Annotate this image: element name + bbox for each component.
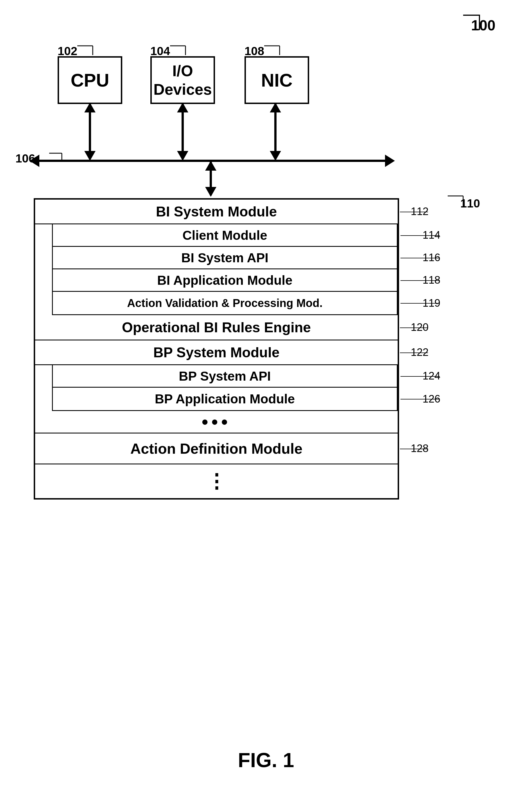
bp-system-api-row: BP System API 124 — [53, 365, 397, 388]
bp-app-module-row: BP Application Module 126 — [53, 388, 397, 410]
bp-system-api-label: BP System API — [179, 369, 271, 384]
row3-line — [401, 258, 440, 258]
bus-number-label: 106 — [15, 152, 35, 165]
nic-number-label: 108 — [245, 44, 264, 58]
fig-caption: FIG. 1 — [238, 749, 294, 772]
dots-row: ••• — [35, 411, 398, 433]
row1-line — [400, 212, 428, 212]
cpu-label: CPU — [71, 70, 109, 91]
bi-app-module-label: BI Application Module — [157, 273, 292, 288]
nic-box: NIC — [245, 56, 309, 104]
cpu-number-label: 102 — [58, 44, 77, 58]
svg-marker-12 — [270, 103, 281, 112]
row8-line — [401, 376, 440, 377]
row4-line — [401, 280, 440, 281]
vdots-row: ⋮ — [35, 464, 398, 498]
action-definition-module-label: Action Definition Module — [130, 440, 302, 457]
cpu-box: CPU — [58, 56, 122, 104]
bi-system-api-row: BI System API 116 — [53, 247, 397, 269]
vdots-label: ⋮ — [206, 475, 226, 487]
main-box-bracket — [448, 195, 465, 207]
bp-system-module-label: BP System Module — [153, 345, 279, 361]
main-system-box: BI System Module 112 Client Module 114 B… — [34, 198, 399, 500]
operational-bi-rules-label: Operational BI Rules Engine — [122, 319, 311, 336]
dots-label: ••• — [202, 411, 231, 432]
io-bracket — [170, 44, 187, 56]
cpu-bracket — [77, 44, 94, 56]
operational-bi-rules-row: Operational BI Rules Engine 120 — [35, 315, 398, 340]
client-module-label: Client Module — [183, 228, 267, 243]
svg-marker-7 — [84, 151, 96, 161]
figure-number-bracket — [463, 15, 480, 30]
bi-app-module-row: BI Application Module 118 — [53, 269, 397, 292]
row6-line — [400, 327, 428, 328]
bi-system-api-label: BI System API — [181, 250, 268, 265]
client-module-row: Client Module 114 — [53, 224, 397, 247]
svg-marker-13 — [270, 151, 281, 161]
bp-subsection: BP System API 124 BP Application Module … — [52, 365, 398, 411]
svg-marker-15 — [205, 161, 216, 171]
bp-app-module-label: BP Application Module — [155, 391, 295, 407]
row7-line — [400, 352, 428, 353]
bp-system-module-row: BP System Module 122 — [35, 340, 398, 365]
svg-marker-9 — [177, 103, 188, 112]
svg-marker-2 — [385, 155, 395, 167]
bi-system-module-row: BI System Module 112 — [35, 200, 398, 224]
io-box: I/O Devices — [150, 56, 215, 104]
row5-line — [401, 303, 440, 304]
bi-system-module-label: BI System Module — [156, 203, 277, 220]
row9-line — [401, 399, 440, 399]
action-validation-label: Action Validation & Processing Mod. — [127, 297, 323, 309]
page-container: 100 102 104 — [0, 0, 532, 811]
action-definition-module-row: Action Definition Module 128 — [35, 433, 398, 464]
row2-line — [401, 235, 440, 236]
action-validation-row: Action Validation & Processing Mod. 119 — [53, 292, 397, 314]
svg-marker-6 — [84, 103, 96, 112]
nic-label: NIC — [261, 70, 293, 91]
row10-line — [400, 449, 428, 449]
nic-bracket — [264, 44, 281, 56]
svg-marker-16 — [205, 187, 216, 197]
svg-marker-10 — [177, 151, 188, 161]
bi-subsection: Client Module 114 BI System API 116 BI A… — [52, 224, 398, 315]
io-label: I/O Devices — [152, 62, 214, 99]
io-number-label: 104 — [150, 44, 170, 58]
